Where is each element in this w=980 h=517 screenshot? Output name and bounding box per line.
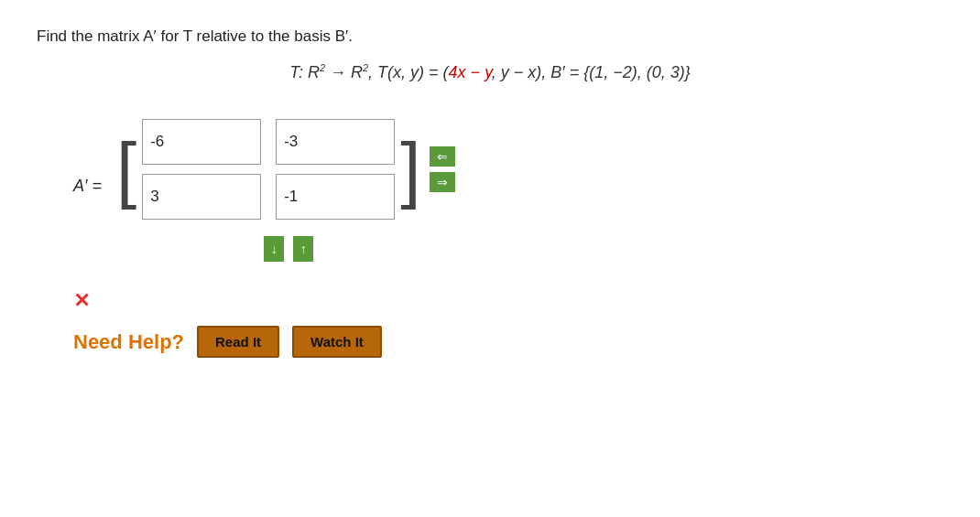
matrix-grid [142, 110, 395, 229]
need-help-label: Need Help? [73, 330, 184, 354]
matrix-bracket-container: [ ] [116, 110, 420, 229]
formula-line: T: R2 → R2, T(x, y) = (4x − y, y − x), B… [37, 62, 943, 82]
bracket-left: [ [116, 110, 136, 229]
row-up-arrow-button[interactable]: ⇐ [430, 146, 455, 167]
formula-prefix: T: R2 → R2, T(x, y) = ( [289, 63, 448, 81]
read-it-button[interactable]: Read It [197, 326, 279, 358]
matrix-main-row: [ ] ⇐ [116, 110, 455, 229]
matrix-input-0-1[interactable] [284, 133, 394, 151]
help-row: Need Help? Read It Watch It [73, 326, 943, 358]
bracket-right: ] [400, 110, 420, 229]
col-up-arrow-button[interactable]: ↑ [293, 236, 313, 262]
matrix-cell-0-0[interactable] [142, 119, 261, 165]
formula-highlight: 4x − y [449, 63, 492, 81]
col-down-arrow-button[interactable]: ↓ [264, 236, 284, 262]
matrix-input-1-1[interactable] [284, 188, 394, 206]
col-arrow-controls: ↓ ↑ [122, 236, 455, 262]
matrix-input-0-0[interactable] [150, 133, 260, 151]
matrix-cell-1-0[interactable] [142, 174, 261, 220]
row-down-arrow-button[interactable]: ⇒ [430, 172, 455, 192]
matrix-cell-0-1[interactable] [276, 119, 395, 165]
matrix-label: A′ = [73, 177, 102, 196]
problem-statement: Find the matrix A′ for T relative to the… [37, 27, 943, 46]
matrix-cell-1-1[interactable] [276, 174, 395, 220]
matrix-with-below: [ ] ⇐ [116, 110, 455, 262]
matrix-input-1-0[interactable] [150, 188, 260, 206]
formula-suffix: , y − x), B′ = {(1, −2), (0, 3)} [492, 63, 691, 81]
matrix-section: A′ = [ ] [73, 110, 943, 262]
wrong-indicator: ✕ [73, 289, 943, 313]
row-arrow-controls: ⇐ ⇒ [430, 146, 455, 192]
watch-it-button[interactable]: Watch It [292, 326, 382, 358]
